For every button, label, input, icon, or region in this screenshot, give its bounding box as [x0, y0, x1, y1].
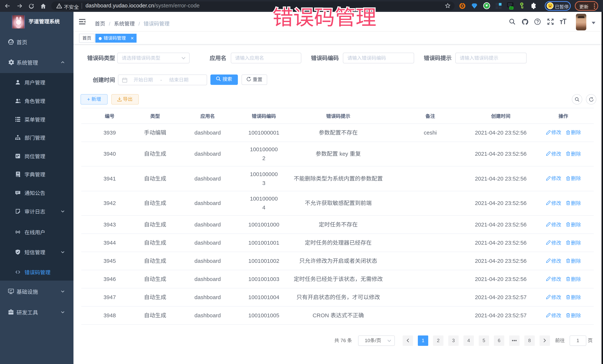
svg-text:错误码管理: 错误码管理 — [273, 1, 376, 31]
svg-text:on: on — [510, 7, 513, 9]
